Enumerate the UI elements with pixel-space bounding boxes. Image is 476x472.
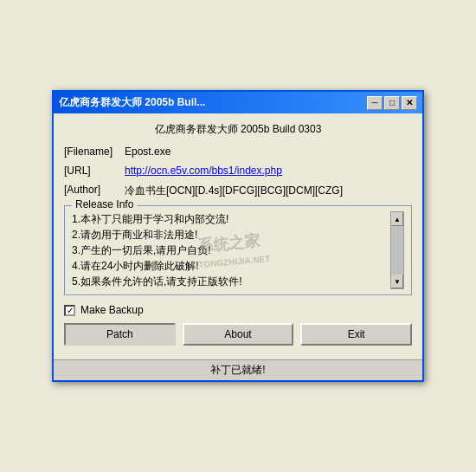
filename-label: [Filename] — [64, 145, 125, 158]
title-bar: 亿虎商务群发大师 2005b Buil... ─ □ ✕ — [54, 92, 422, 113]
make-backup-checkbox[interactable]: ✓ — [64, 305, 75, 316]
about-button[interactable]: About — [183, 323, 294, 346]
scroll-track[interactable] — [391, 226, 403, 275]
main-window: 亿虎商务群发大师 2005b Buil... ─ □ ✕ 亿虎商务群发大师 20… — [52, 90, 424, 382]
url-value[interactable]: http://ocn.e5v.com/bbs1/index.php — [125, 165, 282, 177]
release-line-4: 4.请在24小时内删除此破解! — [72, 258, 387, 274]
author-row: [Author] 冷血书生[OCN][D.4s][DFCG][BCG][DCM]… — [64, 184, 412, 198]
release-text: 1.本补丁只能用于学习和内部交流! 2.请勿用于商业和非法用途! 3.产生的一切… — [72, 211, 387, 289]
title-bar-buttons: ─ □ ✕ — [367, 96, 417, 110]
release-info-group: Release Info 1.本补丁只能用于学习和内部交流! 2.请勿用于商业和… — [64, 205, 412, 295]
release-content: 1.本补丁只能用于学习和内部交流! 2.请勿用于商业和非法用途! 3.产生的一切… — [72, 211, 404, 289]
filename-row: [Filename] Epost.exe — [64, 145, 412, 158]
patch-button[interactable]: Patch — [64, 323, 176, 346]
window-title: 亿虎商务群发大师 2005b Buil... — [59, 95, 367, 110]
author-label: [Author] — [64, 184, 125, 196]
filename-value: Epost.exe — [125, 145, 170, 158]
url-label: [URL] — [64, 165, 125, 177]
release-line-2: 2.请勿用于商业和非法用途! — [72, 227, 387, 242]
window-body: 亿虎商务群发大师 2005b Build 0303 [Filename] Epo… — [54, 113, 422, 359]
release-line-3: 3.产生的一切后果,请用户自负! — [72, 242, 387, 258]
author-value: 冷血书生[OCN][D.4s][DFCG][BCG][DCM][CZG] — [125, 184, 343, 198]
close-button[interactable]: ✕ — [402, 96, 417, 110]
exit-button[interactable]: Exit — [300, 323, 412, 346]
action-buttons-row: Patch About Exit — [64, 323, 412, 346]
scroll-down-button[interactable]: ▼ — [391, 275, 403, 288]
app-title: 亿虎商务群发大师 2005b Build 0303 — [64, 122, 412, 137]
minimize-button[interactable]: ─ — [367, 96, 383, 110]
release-line-5: 5.如果条件允许的话,请支持正版软件! — [72, 274, 387, 289]
status-bar: 补丁已就绪! — [54, 359, 422, 380]
url-row: [URL] http://ocn.e5v.com/bbs1/index.php — [64, 165, 412, 177]
make-backup-row: ✓ Make Backup — [64, 304, 412, 316]
maximize-button[interactable]: □ — [384, 96, 400, 110]
make-backup-label: Make Backup — [80, 304, 144, 316]
release-line-1: 1.本补丁只能用于学习和内部交流! — [72, 211, 387, 227]
scroll-up-button[interactable]: ▲ — [391, 212, 403, 226]
release-scrollbar[interactable]: ▲ ▼ — [390, 211, 404, 289]
release-info-legend: Release Info — [72, 198, 137, 210]
status-text: 补丁已就绪! — [210, 364, 265, 376]
